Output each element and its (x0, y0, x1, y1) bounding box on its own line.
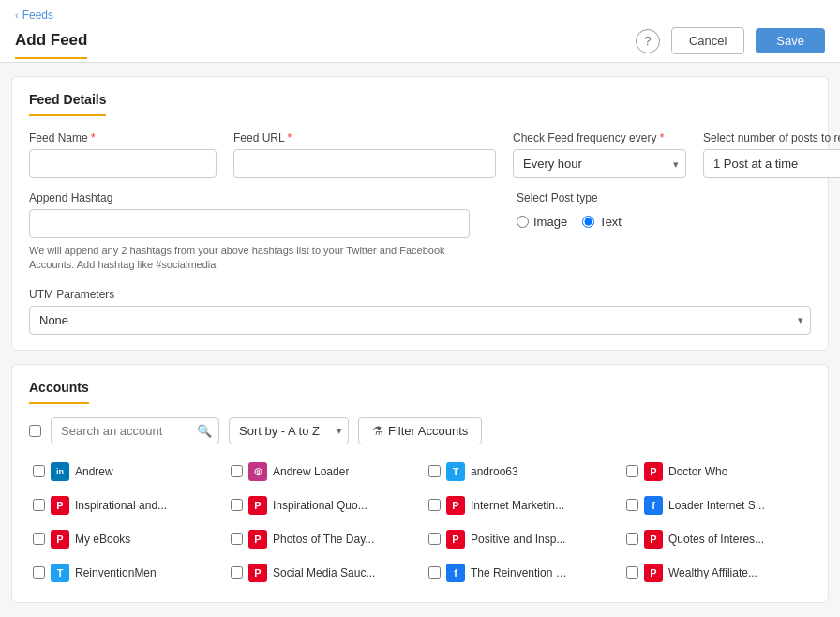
frequency-label: Check Feed frequency every * (513, 131, 686, 144)
account-name: My eBooks (75, 533, 130, 546)
account-name: Loader Internet S... (668, 499, 765, 512)
num-posts-label: Select number of posts to read * (703, 131, 840, 144)
account-checkbox[interactable] (428, 499, 441, 511)
account-item: inAndrew (29, 458, 218, 486)
account-item: PSocial Media Sauc... (227, 559, 415, 587)
account-name: Inspirational Quo... (273, 499, 368, 512)
account-checkbox[interactable] (33, 566, 45, 579)
pi-icon: P (644, 462, 663, 481)
num-posts-select[interactable]: 1 Post at a time 2 Posts at a time 5 Pos… (703, 149, 840, 178)
save-button[interactable]: Save (756, 28, 825, 53)
post-type-group: Select Post type Image Text (517, 191, 622, 229)
account-name: The Reinvention M... (471, 566, 574, 579)
account-checkbox[interactable] (626, 566, 638, 579)
radio-image[interactable]: Image (517, 215, 567, 229)
account-item: PQuotes of Interes... (622, 525, 811, 553)
tw-icon: T (446, 462, 465, 481)
radio-text[interactable]: Text (582, 215, 622, 229)
account-checkbox[interactable] (231, 465, 243, 477)
ig-icon: ◎ (248, 462, 267, 481)
pi-icon: P (248, 530, 267, 549)
accounts-toolbar: 🔍 Sort by - A to Z Sort by - Z to A ▾ ⚗ … (29, 417, 811, 444)
accounts-title: Accounts (29, 380, 89, 404)
feed-url-label: Feed URL * (233, 131, 496, 144)
feed-name-input[interactable] (29, 149, 217, 178)
account-checkbox[interactable] (231, 533, 243, 545)
radio-image-label: Image (533, 215, 567, 229)
form-row-2: Append Hashtag We will append any 2 hash… (29, 191, 811, 273)
account-item: fThe Reinvention M... (425, 559, 613, 587)
hashtag-input[interactable] (29, 209, 470, 238)
search-input[interactable] (51, 417, 219, 444)
pi-icon: P (51, 530, 69, 549)
filter-icon: ⚗ (372, 424, 383, 438)
account-name: Doctor Who (668, 465, 728, 478)
hashtag-group: Append Hashtag We will append any 2 hash… (29, 191, 479, 273)
page-title: Add Feed (15, 31, 87, 59)
feed-url-group: Feed URL * (233, 131, 496, 178)
account-name: Internet Marketin... (471, 499, 564, 512)
account-checkbox[interactable] (33, 533, 45, 545)
pi-icon: P (248, 496, 267, 515)
account-checkbox[interactable] (626, 533, 638, 545)
back-label: Feeds (22, 8, 53, 22)
account-checkbox[interactable] (33, 465, 45, 477)
select-all-checkbox[interactable] (29, 425, 41, 437)
accounts-grid: inAndrew◎Andrew LoaderTandroo63PDoctor W… (29, 458, 811, 587)
account-item: PWealthy Affiliate... (622, 559, 811, 587)
fb-icon: f (446, 564, 465, 582)
account-item: fLoader Internet S... (622, 491, 811, 519)
account-name: Andrew Loader (273, 465, 349, 478)
back-link[interactable]: ‹ Feeds (15, 8, 53, 22)
help-button[interactable]: ? (636, 29, 660, 53)
account-name: Social Media Sauc... (273, 566, 375, 579)
account-name: Andrew (75, 465, 113, 478)
utm-label: UTM Parameters (29, 288, 811, 301)
radio-text-label: Text (599, 215, 622, 229)
sort-select[interactable]: Sort by - A to Z Sort by - Z to A (229, 417, 349, 444)
account-checkbox[interactable] (428, 533, 441, 545)
feed-url-input[interactable] (233, 149, 496, 178)
hashtag-form-group: Append Hashtag (29, 191, 479, 238)
pi-icon: P (644, 530, 663, 549)
account-item: PInternet Marketin... (425, 491, 613, 519)
radio-image-input[interactable] (517, 216, 529, 228)
account-checkbox[interactable] (428, 465, 441, 477)
feed-name-group: Feed Name * (29, 131, 217, 178)
post-type-label: Select Post type (517, 191, 622, 204)
account-checkbox[interactable] (231, 499, 243, 511)
account-checkbox[interactable] (231, 566, 243, 579)
account-item: Tandroo63 (425, 458, 613, 486)
cancel-button[interactable]: Cancel (671, 27, 744, 54)
radio-group: Image Text (517, 215, 622, 229)
account-name: Photos of The Day... (273, 533, 374, 546)
feed-details-title: Feed Details (29, 92, 106, 116)
account-item: PInspirational and... (29, 491, 218, 519)
radio-text-input[interactable] (582, 216, 594, 228)
account-item: ◎Andrew Loader (227, 458, 415, 486)
frequency-group: Check Feed frequency every * Every hour … (513, 131, 686, 178)
pi-icon: P (248, 564, 267, 582)
account-name: ReinventionMen (75, 566, 157, 579)
account-checkbox[interactable] (626, 465, 638, 477)
pi-icon: P (446, 530, 465, 549)
filter-button[interactable]: ⚗ Filter Accounts (358, 417, 482, 444)
utm-select[interactable]: None Default Custom (29, 306, 811, 335)
accounts-section: Accounts 🔍 Sort by - A to Z Sort by - Z … (11, 364, 829, 603)
feed-details-card: Feed Details Feed Name * Feed URL * Chec… (11, 76, 829, 351)
account-name: androo63 (471, 465, 518, 478)
pi-icon: P (446, 496, 465, 515)
account-checkbox[interactable] (33, 499, 45, 511)
pi-icon: P (644, 564, 663, 582)
account-name: Wealthy Affiliate... (668, 566, 758, 579)
account-checkbox[interactable] (428, 566, 441, 579)
account-name: Inspirational and... (75, 499, 167, 512)
frequency-select[interactable]: Every hour Every 2 hours Every 6 hours E… (513, 149, 686, 178)
sort-wrapper: Sort by - A to Z Sort by - Z to A ▾ (229, 417, 349, 444)
account-item: PPhotos of The Day... (227, 525, 415, 553)
utm-select-wrapper: None Default Custom ▾ (29, 306, 811, 335)
account-name: Positive and Insp... (471, 533, 565, 546)
li-icon: in (51, 462, 69, 481)
filter-label: Filter Accounts (388, 424, 468, 438)
account-checkbox[interactable] (626, 499, 638, 511)
